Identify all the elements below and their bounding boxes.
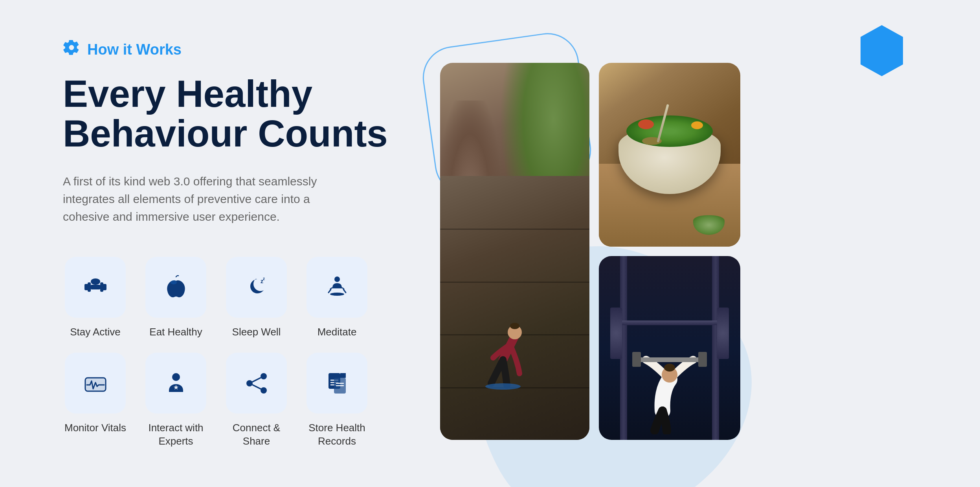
moon-icon: z z (242, 273, 271, 301)
svg-line-11 (329, 289, 331, 293)
food-visual (599, 63, 740, 247)
gym-person (630, 348, 709, 436)
svg-point-15 (172, 373, 180, 381)
svg-point-6 (171, 280, 177, 284)
dumbbell-icon (81, 273, 110, 301)
gym-visual (599, 256, 740, 440)
icon-item-eat-healthy: Eat Healthy (143, 257, 208, 339)
icon-box-connect-share (226, 353, 287, 414)
gym-photo-card (599, 256, 740, 440)
svg-line-20 (253, 378, 261, 382)
svg-line-21 (253, 385, 261, 389)
document-icon (323, 369, 351, 397)
apple-icon (162, 273, 190, 301)
svg-point-33 (485, 383, 521, 390)
svg-point-9 (334, 276, 340, 282)
main-title: Every Healthy Behaviour Counts (63, 74, 393, 154)
icon-box-eat-healthy (145, 257, 206, 318)
svg-point-5 (91, 278, 100, 285)
icon-box-monitor-vitals (65, 353, 126, 414)
heartbeat-icon (81, 369, 110, 397)
person-star-icon (162, 369, 190, 397)
hex-decoration (858, 24, 905, 78)
yoga-visual (440, 63, 589, 440)
svg-point-35 (664, 364, 675, 372)
svg-text:z: z (263, 276, 265, 281)
svg-rect-2 (91, 285, 100, 289)
icon-label-store-records: Store Health Records (305, 421, 369, 448)
right-panel (417, 31, 917, 456)
svg-point-10 (330, 293, 344, 296)
icon-label-monitor-vitals: Monitor Vitals (64, 421, 126, 435)
section-label-text: How it Works (87, 41, 182, 58)
icon-box-interact-experts (145, 353, 206, 414)
left-panel: How it Works Every Healthy Behaviour Cou… (63, 39, 417, 448)
icon-box-meditate (306, 257, 367, 318)
icons-grid: Stay Active Eat Healthy (63, 257, 393, 448)
icon-box-store-records (306, 353, 367, 414)
svg-rect-1 (88, 282, 91, 292)
icon-item-connect-share: Connect & Share (224, 353, 289, 448)
icon-label-stay-active: Stay Active (70, 326, 121, 339)
icon-item-interact-experts: Interact with Experts (143, 353, 208, 448)
icon-label-connect-share: Connect & Share (224, 421, 289, 448)
svg-point-19 (261, 387, 267, 394)
food-photo-card (599, 63, 740, 247)
icon-box-sleep-well: z z (226, 257, 287, 318)
icon-box-stay-active (65, 257, 126, 318)
icon-label-meditate: Meditate (317, 326, 357, 339)
svg-point-32 (510, 323, 519, 329)
svg-point-17 (261, 373, 267, 379)
svg-rect-4 (103, 284, 106, 290)
icon-label-eat-healthy: Eat Healthy (149, 326, 202, 339)
photo-grid (440, 63, 917, 440)
svg-point-18 (246, 380, 253, 386)
yoga-photo-card (440, 63, 589, 440)
meditation-icon (323, 273, 351, 301)
svg-rect-38 (698, 352, 707, 367)
icon-item-stay-active: Stay Active (63, 257, 128, 339)
svg-rect-36 (634, 357, 705, 362)
section-label: How it Works (63, 39, 393, 60)
yoga-person (483, 313, 546, 393)
icon-item-sleep-well: z z Sleep Well (224, 257, 289, 339)
subtitle: A first of its kind web 3.0 offering tha… (63, 172, 354, 225)
svg-rect-23 (340, 373, 346, 378)
svg-line-12 (343, 289, 346, 293)
gear-icon (63, 39, 80, 60)
icon-item-store-records: Store Health Records (305, 353, 369, 448)
icon-item-meditate: Meditate (305, 257, 369, 339)
icon-label-interact-experts: Interact with Experts (143, 421, 208, 448)
icon-label-sleep-well: Sleep Well (232, 326, 281, 339)
share-icon (242, 369, 271, 397)
icon-item-monitor-vitals: Monitor Vitals (63, 353, 128, 448)
svg-rect-37 (632, 352, 641, 367)
page-wrapper: How it Works Every Healthy Behaviour Cou… (0, 0, 980, 487)
svg-marker-30 (861, 25, 903, 76)
